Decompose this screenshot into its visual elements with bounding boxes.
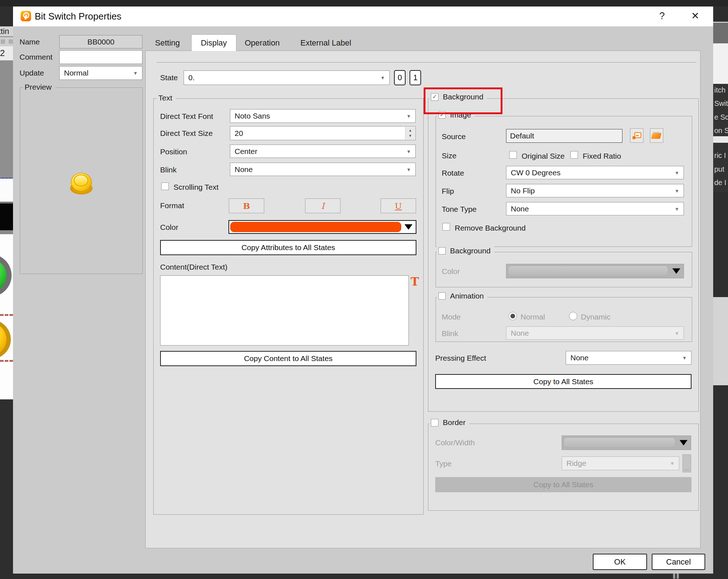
preview-groupbox	[20, 87, 143, 274]
name-field: BB0000	[59, 35, 142, 48]
chevron-down-icon: ▼	[380, 75, 385, 81]
bg-dashed-separator	[0, 314, 13, 316]
dialog-title: Bit Switch Properties	[35, 11, 121, 22]
tab-setting[interactable]: Setting	[155, 38, 180, 47]
bg-app-right-strip: itch Swit e Sc on S ric I put de I	[713, 0, 728, 579]
state-dropdown[interactable]: 0. ▼	[184, 70, 390, 85]
animation-groupbox	[436, 297, 692, 342]
bg-left-toolbar-icon	[9, 39, 13, 44]
preview-legend: Preview	[23, 83, 55, 91]
bg-right-fragment: on S	[714, 126, 728, 135]
tab-external-label[interactable]: External Label	[300, 38, 351, 47]
tab-display[interactable]: Display	[191, 34, 236, 51]
chevron-down-icon: ▼	[133, 70, 138, 76]
bg-green-button-thumbnail	[0, 254, 12, 297]
animation-legend: Animation	[437, 292, 487, 300]
bg-app-left-strip: ttin 2	[0, 0, 13, 579]
bit-switch-properties-dialog: Bit Switch Properties ? ✕ Name BB0000 Co…	[13, 7, 713, 574]
comment-input[interactable]	[59, 50, 142, 64]
tab-operation[interactable]: Operation	[245, 38, 280, 47]
bg-app-top-strip	[0, 0, 728, 7]
state-label: State	[160, 73, 178, 82]
bg-right-fragment: itch	[714, 86, 725, 94]
bg-yellow-button-thumbnail	[0, 319, 11, 360]
border-legend: Border	[429, 418, 469, 427]
dialog-title-bar: Bit Switch Properties ? ✕	[13, 7, 713, 26]
text-legend: Text	[157, 94, 176, 102]
bg-right-fragment: e Sc	[714, 113, 728, 121]
text-groupbox	[153, 98, 424, 515]
screen: ttin 2 itch	[0, 0, 728, 579]
image-groupbox	[436, 116, 692, 247]
border-groupbox	[428, 424, 699, 511]
cancel-button[interactable]: Cancel	[652, 554, 705, 570]
bg-dashed-separator	[0, 360, 13, 362]
bg-right-fragment: put	[714, 165, 724, 173]
background-color-checkbox[interactable]	[438, 247, 446, 254]
bg-right-fragment: de I	[714, 179, 726, 187]
bg-right-fragment: ric I	[714, 151, 726, 160]
panel-separator	[157, 62, 697, 63]
update-label: Update	[20, 69, 44, 77]
background-color-groupbox	[436, 252, 692, 287]
state-0-button[interactable]: 0	[394, 70, 406, 85]
bit-switch-app-icon	[21, 11, 31, 21]
comment-label: Comment	[20, 53, 52, 61]
update-dropdown[interactable]: Normal ▼	[59, 66, 142, 80]
bg-left-fragment: 2	[0, 48, 5, 58]
bg-left-toolbar-icon	[1, 39, 5, 44]
state-1-button[interactable]: 1	[410, 70, 421, 85]
bg-right-fragment: Swit	[714, 99, 728, 108]
bg-left-fragment: ttin	[0, 27, 9, 36]
ok-button[interactable]: OK	[593, 554, 647, 570]
name-label: Name	[20, 38, 40, 46]
red-annotation-rectangle	[424, 87, 502, 114]
animation-checkbox[interactable]	[438, 292, 446, 300]
help-button[interactable]: ?	[659, 10, 665, 22]
bg-app-bottom-strip	[13, 574, 713, 579]
background-color-legend: Background	[437, 246, 494, 255]
close-button[interactable]: ✕	[691, 10, 699, 22]
border-checkbox[interactable]	[431, 419, 438, 426]
